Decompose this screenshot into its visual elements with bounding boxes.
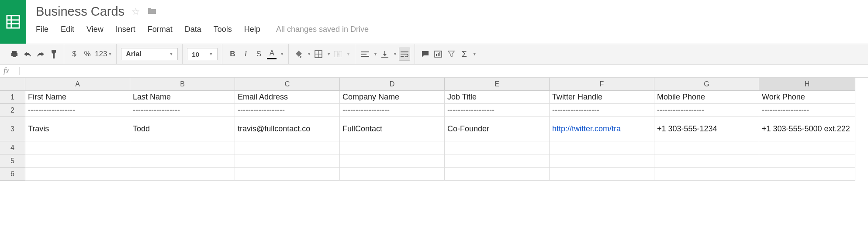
font-select[interactable]: Arial ▼: [121, 48, 178, 60]
chevron-down-icon[interactable]: ▼: [280, 52, 284, 56]
cell-link[interactable]: http://twitter.com/tra: [552, 124, 621, 134]
cell[interactable]: FullContact: [340, 117, 445, 141]
cell[interactable]: Email Address: [235, 91, 340, 104]
cell[interactable]: ------------------: [654, 104, 759, 117]
text-color-button[interactable]: A: [266, 48, 277, 61]
menu-file[interactable]: File: [36, 25, 48, 34]
cell[interactable]: [550, 168, 654, 181]
menu-data[interactable]: Data: [185, 25, 201, 34]
column-header[interactable]: A: [25, 78, 130, 91]
cell[interactable]: [550, 154, 654, 168]
insert-comment-button[interactable]: [419, 48, 431, 61]
cell[interactable]: ------------------: [25, 104, 130, 117]
chevron-down-icon[interactable]: ▼: [373, 52, 377, 56]
cell[interactable]: Todd: [130, 117, 235, 141]
cell[interactable]: travis@fullcontact.co: [235, 117, 340, 141]
chevron-down-icon[interactable]: ▼: [346, 52, 350, 56]
cell[interactable]: First Name: [25, 91, 130, 104]
italic-button[interactable]: I: [240, 48, 251, 61]
insert-chart-button[interactable]: [432, 48, 444, 61]
cell[interactable]: [759, 168, 855, 181]
chevron-down-icon[interactable]: ▼: [307, 52, 311, 56]
row-header[interactable]: 2: [0, 104, 25, 117]
cell[interactable]: [550, 141, 654, 154]
cell[interactable]: ------------------: [550, 104, 654, 117]
print-button[interactable]: [9, 48, 20, 61]
cell[interactable]: ------------------: [130, 104, 235, 117]
number-format-button[interactable]: 123 ▼: [95, 48, 112, 61]
chevron-down-icon[interactable]: ▼: [473, 52, 477, 56]
bold-button[interactable]: B: [227, 48, 238, 61]
column-header[interactable]: F: [550, 78, 654, 91]
cell[interactable]: Job Title: [445, 91, 550, 104]
cell[interactable]: Mobile Phone: [654, 91, 759, 104]
cell[interactable]: Travis: [25, 117, 130, 141]
cell[interactable]: +1 303-555-1234: [654, 117, 759, 141]
borders-button[interactable]: [313, 48, 324, 61]
cell[interactable]: [340, 141, 445, 154]
menu-help[interactable]: Help: [244, 25, 260, 34]
functions-button[interactable]: Σ: [459, 48, 470, 61]
menu-tools[interactable]: Tools: [214, 25, 232, 34]
filter-button[interactable]: [446, 48, 457, 61]
column-header[interactable]: E: [445, 78, 550, 91]
vertical-align-button[interactable]: [379, 48, 391, 61]
formula-input[interactable]: [23, 65, 865, 77]
cell[interactable]: [25, 168, 130, 181]
select-all-corner[interactable]: [0, 78, 25, 91]
cell[interactable]: [759, 154, 855, 168]
text-wrap-button[interactable]: [399, 48, 410, 61]
row-header[interactable]: 6: [0, 168, 25, 181]
cell[interactable]: http://twitter.com/tra: [550, 117, 654, 141]
folder-icon[interactable]: [147, 6, 157, 17]
cell[interactable]: [759, 141, 855, 154]
cell[interactable]: [340, 168, 445, 181]
star-icon[interactable]: ☆: [131, 6, 140, 17]
cell[interactable]: ------------------: [759, 104, 855, 117]
merge-cells-button[interactable]: [332, 48, 344, 61]
cell[interactable]: ------------------: [235, 104, 340, 117]
menu-edit[interactable]: Edit: [61, 25, 74, 34]
column-header[interactable]: H: [759, 78, 855, 91]
redo-button[interactable]: [35, 48, 46, 61]
document-title[interactable]: Business Cards: [36, 4, 124, 19]
cell[interactable]: [130, 154, 235, 168]
cell[interactable]: [235, 168, 340, 181]
chevron-down-icon[interactable]: ▼: [393, 52, 397, 56]
row-header[interactable]: 3: [0, 117, 25, 141]
spreadsheet-grid[interactable]: 1 2 3 4 5 6 A B C D E F G H First NameLa…: [0, 78, 868, 181]
cell[interactable]: Twitter Handle: [550, 91, 654, 104]
row-header[interactable]: 5: [0, 154, 25, 168]
cell[interactable]: [654, 154, 759, 168]
cell[interactable]: [25, 141, 130, 154]
fill-color-button[interactable]: [293, 48, 304, 61]
strikethrough-button[interactable]: S: [253, 48, 264, 61]
cell[interactable]: [235, 141, 340, 154]
cell[interactable]: [445, 154, 550, 168]
cell[interactable]: [445, 168, 550, 181]
menu-insert[interactable]: Insert: [116, 25, 135, 34]
currency-button[interactable]: $: [69, 48, 80, 61]
cell[interactable]: [235, 154, 340, 168]
column-header[interactable]: G: [654, 78, 759, 91]
cell[interactable]: [25, 154, 130, 168]
row-header[interactable]: 4: [0, 141, 25, 154]
cell[interactable]: Last Name: [130, 91, 235, 104]
cell[interactable]: [654, 168, 759, 181]
horizontal-align-button[interactable]: [360, 48, 371, 61]
menu-format[interactable]: Format: [148, 25, 173, 34]
cell[interactable]: Company Name: [340, 91, 445, 104]
undo-button[interactable]: [22, 48, 33, 61]
percent-button[interactable]: %: [82, 48, 93, 61]
cell[interactable]: ------------------: [340, 104, 445, 117]
column-header[interactable]: B: [130, 78, 235, 91]
cell[interactable]: [654, 141, 759, 154]
font-size-select[interactable]: 10 ▼: [187, 48, 218, 60]
chevron-down-icon[interactable]: ▼: [327, 52, 331, 56]
menu-view[interactable]: View: [86, 25, 104, 34]
cell[interactable]: ------------------: [445, 104, 550, 117]
cell[interactable]: [445, 141, 550, 154]
cell[interactable]: +1 303-555-5000 ext.222: [759, 117, 855, 141]
cell[interactable]: [130, 168, 235, 181]
paint-format-button[interactable]: [48, 48, 59, 61]
